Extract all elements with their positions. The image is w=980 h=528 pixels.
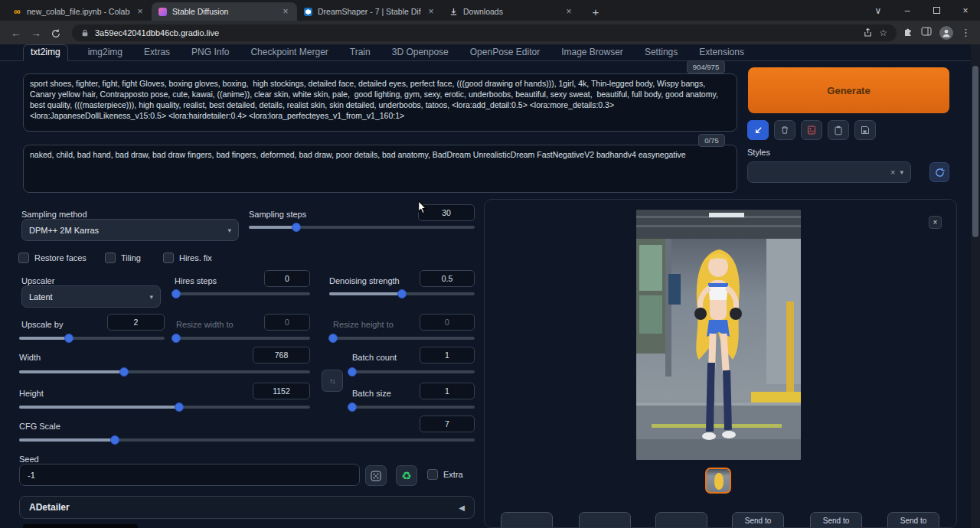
back-button[interactable]: ← — [6, 24, 26, 42]
batch-count-slider[interactable] — [352, 367, 475, 376]
clear-prompt-button[interactable] — [774, 120, 795, 140]
browser-tab-stable-diffusion[interactable]: Stable Diffusion × — [152, 2, 297, 21]
page-scrollbar[interactable] — [971, 44, 980, 528]
send-to-img2img-button[interactable]: Send to — [732, 512, 784, 528]
scrollbar-thumb[interactable] — [972, 66, 978, 237]
resize-width-to-slider — [176, 334, 310, 343]
chevron-down-icon: ▾ — [149, 293, 153, 301]
width-value[interactable]: 768 — [253, 347, 310, 363]
upscaler-value: Latent — [29, 292, 145, 301]
denoising-strength-slider[interactable] — [329, 289, 475, 298]
extra-networks-button[interactable] — [801, 120, 822, 140]
hires-steps-value[interactable]: 0 — [264, 270, 310, 287]
tab-png-info[interactable]: PNG Info — [190, 45, 230, 60]
styles-dropdown[interactable]: × ▾ — [747, 161, 911, 183]
hires-fix-checkbox[interactable]: Hires. fix — [163, 253, 212, 263]
thumbnail-figure — [714, 473, 724, 490]
address-bar[interactable]: 3a59ec42041dbb46cb.gradio.live ☆ — [72, 24, 897, 41]
output-action-button[interactable] — [655, 512, 707, 528]
denoising-strength-label: Denoising strength — [329, 276, 400, 285]
output-save-button[interactable] — [501, 512, 553, 528]
hires-steps-slider[interactable] — [176, 289, 310, 298]
restore-faces-checkbox[interactable]: Restore faces — [18, 253, 87, 263]
lock-icon — [81, 28, 89, 37]
browser-tab-dreamshaper[interactable]: DreamShaper - 7 | Stable Diffusio × — [297, 2, 443, 21]
reload-button[interactable] — [46, 24, 66, 42]
minimize-button[interactable]: – — [893, 0, 922, 21]
tab-close-icon[interactable]: × — [564, 6, 574, 17]
side-panel-icon[interactable] — [921, 26, 932, 40]
extra-seed-checkbox[interactable]: Extra — [427, 469, 463, 480]
forward-button[interactable]: → — [26, 24, 46, 42]
upscale-by-value[interactable]: 2 — [107, 314, 165, 331]
negative-token-counter: 0/75 — [698, 134, 725, 147]
reuse-seed-button[interactable]: ♻ — [396, 465, 417, 486]
sampling-steps-label: Sampling steps — [249, 210, 306, 219]
sampling-method-dropdown[interactable]: DPM++ 2M Karras ▾ — [21, 219, 239, 241]
batch-size-value[interactable]: 1 — [420, 383, 475, 399]
tab-extras[interactable]: Extras — [142, 45, 172, 60]
cfg-scale-slider[interactable] — [19, 435, 475, 445]
paste-generation-params-button[interactable] — [747, 120, 769, 140]
negative-prompt-input[interactable]: naked, child, bad hand, bad draw, bad dr… — [23, 145, 737, 193]
tab-search-chevron-icon[interactable]: ∨ — [864, 0, 893, 21]
profile-avatar[interactable] — [939, 26, 953, 40]
batch-count-value[interactable]: 1 — [420, 347, 475, 363]
send-to-extras-button[interactable]: Send to — [887, 512, 939, 528]
styles-clear-icon[interactable]: × — [890, 168, 895, 177]
close-preview-button[interactable]: × — [929, 216, 942, 229]
tab-3d-openpose[interactable]: 3D Openpose — [390, 45, 450, 60]
apply-style-button[interactable] — [828, 120, 849, 140]
output-zip-button[interactable] — [579, 512, 631, 528]
tab-train[interactable]: Train — [348, 45, 372, 60]
cfg-scale-value[interactable]: 7 — [420, 416, 475, 432]
maximize-button[interactable] — [922, 0, 951, 21]
seed-input[interactable] — [19, 464, 360, 486]
bookmark-star-icon[interactable]: ☆ — [879, 28, 887, 38]
refresh-styles-button[interactable] — [929, 162, 949, 182]
tab-img2img[interactable]: img2img — [87, 45, 124, 60]
tab-close-icon[interactable]: × — [135, 6, 145, 17]
adetailer-accordion[interactable]: ADetailer ◀ — [19, 496, 475, 519]
upscaler-dropdown[interactable]: Latent ▾ — [21, 285, 161, 308]
tab-txt2img[interactable]: txt2img — [23, 44, 68, 61]
main-tab-bar: txt2img img2img Extras PNG Info Checkpoi… — [0, 44, 971, 61]
batch-size-slider[interactable] — [352, 403, 475, 412]
toolbar-extensions-area: ⋮ — [903, 26, 974, 40]
checkbox-box[interactable] — [18, 253, 29, 263]
tab-settings[interactable]: Settings — [643, 45, 679, 60]
generate-button[interactable]: Generate — [748, 67, 949, 113]
upscale-by-slider[interactable] — [19, 334, 165, 343]
tab-extensions[interactable]: Extensions — [697, 45, 746, 60]
output-panel: × Send to Send to Send to — [484, 199, 957, 528]
tiling-checkbox[interactable]: Tiling — [105, 253, 141, 263]
checkbox-box[interactable] — [105, 253, 116, 263]
tab-image-browser[interactable]: Image Browser — [560, 45, 625, 60]
send-to-inpaint-button[interactable]: Send to — [810, 512, 862, 528]
url-text[interactable]: 3a59ec42041dbb46cb.gradio.live — [95, 28, 857, 37]
tab-close-icon[interactable]: × — [426, 6, 436, 17]
sampling-steps-slider[interactable] — [249, 223, 475, 232]
save-style-button[interactable] — [854, 120, 876, 140]
gallery-thumbnail[interactable] — [705, 468, 731, 494]
checkbox-box[interactable] — [427, 469, 438, 480]
tab-close-icon[interactable]: × — [280, 6, 291, 17]
swap-width-height-button[interactable]: ↑↓ — [322, 370, 343, 392]
close-window-button[interactable]: × — [951, 0, 980, 21]
generated-image-preview[interactable] — [636, 210, 801, 460]
tab-checkpoint-merger[interactable]: Checkpoint Merger — [249, 45, 329, 60]
denoising-strength-value[interactable]: 0.5 — [420, 270, 475, 287]
checkbox-box[interactable] — [163, 253, 174, 263]
height-slider[interactable] — [19, 403, 310, 412]
new-tab-button[interactable]: + — [586, 2, 605, 21]
random-seed-button[interactable] — [365, 465, 387, 486]
tab-openpose-editor[interactable]: OpenPose Editor — [469, 45, 541, 60]
browser-tab-downloads[interactable]: Downloads × — [443, 2, 580, 21]
browser-tab-colab[interactable]: ∞ new_colab_file.ipynb - Colaborat × — [6, 2, 152, 21]
width-slider[interactable] — [19, 367, 310, 376]
prompt-input[interactable]: sport shoes, fighter, fight, fight Glove… — [23, 73, 737, 132]
height-value[interactable]: 1152 — [253, 383, 310, 399]
share-icon[interactable] — [863, 28, 873, 37]
extensions-puzzle-icon[interactable] — [903, 26, 913, 40]
browser-menu-icon[interactable]: ⋮ — [961, 27, 971, 38]
